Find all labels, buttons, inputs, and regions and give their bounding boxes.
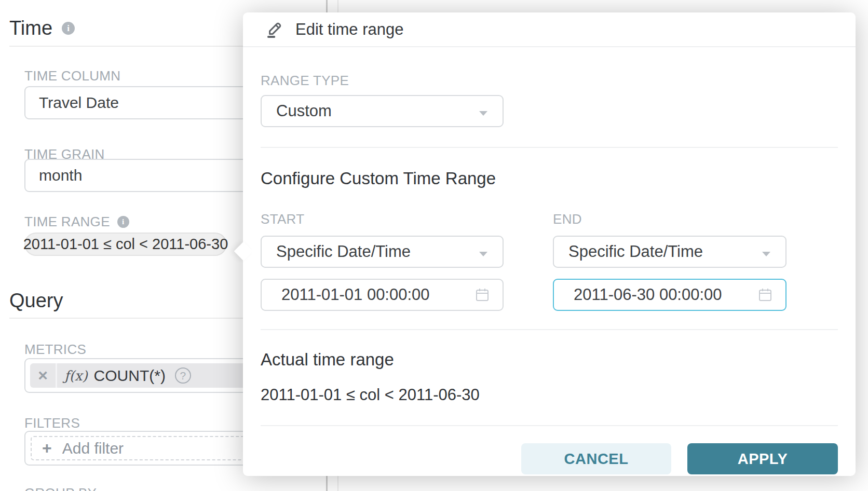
end-mode-select[interactable]: Specific Date/Time	[553, 236, 786, 268]
explore-page: Time i TIME COLUMN Travel Date TIME GRAI…	[0, 0, 868, 491]
end-datetime-input[interactable]: 2011-06-30 00:00:00	[553, 279, 786, 311]
calendar-icon[interactable]	[757, 287, 773, 303]
start-mode-select[interactable]: Specific Date/Time	[261, 236, 504, 268]
add-filter-label: Add filter	[62, 440, 124, 457]
help-icon[interactable]: ?	[175, 367, 191, 384]
group-by-label: GROUP BY	[24, 485, 97, 491]
time-grain-value: month	[39, 167, 82, 184]
time-column-label: TIME COLUMN	[24, 68, 120, 84]
configure-heading: Configure Custom Time Range	[261, 169, 838, 188]
range-type-select[interactable]: Custom	[261, 95, 504, 127]
actual-time-range-heading: Actual time range	[261, 350, 838, 370]
chevron-down-icon	[762, 242, 771, 261]
apply-button[interactable]: APPLY	[687, 443, 838, 474]
popover-title: Edit time range	[295, 20, 404, 39]
time-column-value: Travel Date	[39, 94, 119, 112]
info-icon[interactable]: i	[62, 22, 75, 35]
start-label: START	[261, 211, 504, 227]
popover-body: RANGE TYPE Custom Configure Custom Time …	[243, 73, 856, 474]
end-mode-value: Specific Date/Time	[568, 242, 762, 261]
plus-icon: +	[42, 439, 52, 458]
chevron-down-icon	[479, 102, 488, 120]
time-range-label: TIME RANGE i	[24, 214, 129, 230]
filters-label: FILTERS	[24, 415, 80, 431]
query-section-label: Query	[9, 290, 63, 312]
divider	[261, 329, 838, 330]
start-column: START Specific Date/Time 2011-01-01 00:0…	[261, 211, 504, 311]
popover-footer: CANCEL APPLY	[261, 443, 838, 474]
metrics-label: METRICS	[24, 342, 86, 358]
divider	[261, 147, 838, 148]
query-section-title: Query	[9, 290, 63, 312]
time-range-value: 2011-01-01 ≤ col < 2011-06-30	[23, 236, 228, 253]
chevron-down-icon	[479, 242, 488, 261]
end-datetime-value: 2011-06-30 00:00:00	[574, 285, 757, 304]
edit-time-range-popover: Edit time range RANGE TYPE Custom Config…	[243, 12, 856, 476]
start-datetime-input[interactable]: 2011-01-01 00:00:00	[261, 279, 504, 311]
time-range-pill[interactable]: 2011-01-01 ≤ col < 2011-06-30	[24, 233, 227, 256]
popover-header: Edit time range	[243, 12, 856, 47]
divider	[261, 425, 838, 426]
end-column: END Specific Date/Time 2011-06-30 00:00:…	[553, 211, 786, 311]
calendar-icon[interactable]	[474, 287, 490, 303]
edit-pencil-icon	[265, 20, 283, 39]
start-mode-value: Specific Date/Time	[276, 242, 479, 261]
info-icon[interactable]: i	[117, 216, 129, 228]
time-section-title: Time i	[9, 17, 75, 39]
metric-name: COUNT(*)	[94, 367, 166, 385]
range-type-value: Custom	[276, 102, 479, 120]
function-icon: ƒ(x)	[64, 368, 88, 384]
range-type-label: RANGE TYPE	[261, 73, 838, 89]
cancel-button[interactable]: CANCEL	[521, 443, 671, 474]
remove-metric-icon[interactable]: ×	[30, 363, 57, 388]
actual-time-range-value: 2011-01-01 ≤ col < 2011-06-30	[261, 386, 838, 404]
end-label: END	[553, 211, 786, 227]
start-datetime-value: 2011-01-01 00:00:00	[281, 285, 474, 304]
time-section-label: Time	[9, 17, 52, 39]
